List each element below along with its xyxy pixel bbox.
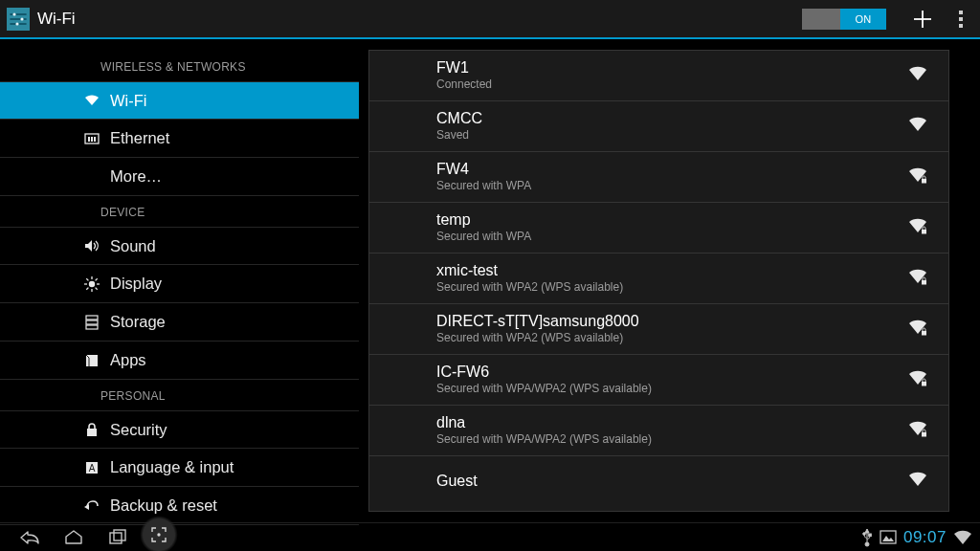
language-icon: A [83,459,100,476]
sidebar-item-label: Ethernet [110,129,169,147]
wifi-signal-secured-icon [908,218,927,237]
svg-text:A: A [89,463,96,474]
wifi-network-row[interactable]: FW4Secured with WPA [369,152,948,203]
settings-sidebar: WIRELESS & NETWORKSWi-FiEthernetMore…DEV… [0,39,359,522]
network-ssid: Guest [436,464,908,497]
sidebar-item-storage[interactable]: Storage [0,303,359,342]
sidebar-item-label: Wi-Fi [110,92,146,110]
svg-line-24 [96,278,98,280]
storage-icon [83,314,100,331]
svg-rect-26 [86,316,98,320]
wifi-network-row[interactable]: tempSecured with WPA [369,203,948,253]
sound-icon [83,237,100,254]
svg-rect-28 [86,325,98,329]
wifi-signal-secured-icon [908,320,927,339]
sidebar-item-apps[interactable]: Apps [0,342,359,380]
svg-rect-40 [110,533,122,543]
security-icon [83,421,100,438]
wifi-icon [83,92,100,109]
system-nav-bar: 09:07 [0,522,980,551]
wifi-network-row[interactable]: FW1Connected [369,51,948,101]
usb-icon [861,529,873,546]
sidebar-item-display[interactable]: Display [0,265,359,303]
overflow-menu-button[interactable] [942,0,980,38]
network-status: Secured with WPA/WPA2 (WPS available) [436,381,908,397]
page-title: Wi-Fi [37,10,76,29]
svg-rect-14 [91,137,93,142]
wifi-toggle[interactable]: ON [802,9,886,30]
svg-point-47 [865,542,869,546]
wifi-network-row[interactable]: DIRECT-sT[TV]samsung8000Secured with WPA… [369,304,948,355]
picture-status-icon [880,530,897,544]
ethernet-icon [83,130,100,147]
svg-marker-49 [882,536,894,541]
wifi-network-row[interactable]: dlnaSecured with WPA/WPA2 (WPS available… [369,406,948,456]
wifi-signal-icon [908,117,927,136]
svg-line-22 [86,278,88,280]
svg-rect-10 [959,17,963,21]
wifi-network-row[interactable]: xmic-testSecured with WPA2 (WPS availabl… [369,253,948,304]
svg-point-45 [863,532,866,535]
wifi-signal-secured-icon [908,421,927,440]
svg-rect-36 [922,280,926,285]
svg-rect-35 [922,230,926,234]
svg-point-2 [12,12,15,15]
screenshot-button[interactable] [140,516,178,552]
svg-line-25 [86,287,88,289]
wifi-network-row[interactable]: CMCCSaved [369,101,948,152]
network-ssid: dlna [436,413,908,431]
network-status: Secured with WPA2 (WPS available) [436,330,908,346]
wifi-signal-secured-icon [908,370,927,389]
network-ssid: CMCC [436,109,908,127]
svg-point-4 [20,17,23,20]
svg-rect-38 [922,382,926,386]
network-ssid: DIRECT-sT[TV]samsung8000 [436,312,908,330]
sidebar-item-wi-fi[interactable]: Wi-Fi [0,81,359,120]
svg-point-6 [15,22,18,25]
home-button[interactable] [52,523,96,552]
sidebar-item-security[interactable]: Security [0,410,359,449]
network-status: Connected [436,77,908,93]
network-ssid: IC-FW6 [436,363,908,381]
recent-apps-button[interactable] [96,523,140,552]
settings-app-icon [6,7,31,32]
sidebar-item-label: Security [110,421,167,439]
svg-line-23 [96,287,98,289]
wifi-status-icon [953,530,972,545]
sidebar-item-label: Apps [110,351,146,369]
sidebar-item-label: Backup & reset [110,496,217,515]
svg-point-42 [158,534,160,536]
svg-marker-44 [865,529,869,533]
section-header: DEVICE [0,196,359,227]
sidebar-item-label: More… [110,167,162,186]
wifi-network-list[interactable]: FW1ConnectedCMCCSavedFW4Secured with WPA… [368,50,949,512]
network-ssid: xmic-test [436,261,908,279]
add-network-button[interactable] [903,0,942,38]
sidebar-item-language-input[interactable]: ALanguage & input [0,449,359,487]
wifi-network-row[interactable]: Guest [369,456,948,505]
back-button[interactable] [8,523,52,552]
wifi-toggle-on-label: ON [840,9,886,30]
apps-icon [83,352,100,369]
wifi-network-row[interactable]: IC-FW6Secured with WPA/WPA2 (WPS availab… [369,355,948,406]
display-icon [83,276,100,293]
svg-rect-37 [922,331,926,336]
svg-rect-11 [959,24,963,28]
section-header: PERSONAL [0,380,359,410]
svg-rect-15 [94,137,96,142]
svg-rect-30 [87,429,97,436]
sidebar-item-backup-reset[interactable]: Backup & reset [0,487,359,525]
status-clock: 09:07 [903,528,947,547]
sidebar-item-ethernet[interactable]: Ethernet [0,120,359,158]
sidebar-item-sound[interactable]: Sound [0,227,359,265]
svg-rect-41 [114,530,125,540]
svg-marker-16 [85,240,92,252]
sidebar-item-label: Storage [110,313,166,331]
network-status: Saved [436,127,908,143]
wifi-signal-secured-icon [908,269,927,288]
network-status: Secured with WPA/WPA2 (WPS available) [436,431,908,448]
svg-rect-48 [880,531,896,543]
network-ssid: FW4 [436,160,908,178]
network-status: Secured with WPA2 (WPS available) [436,279,908,296]
sidebar-item-more[interactable]: More… [0,158,359,196]
